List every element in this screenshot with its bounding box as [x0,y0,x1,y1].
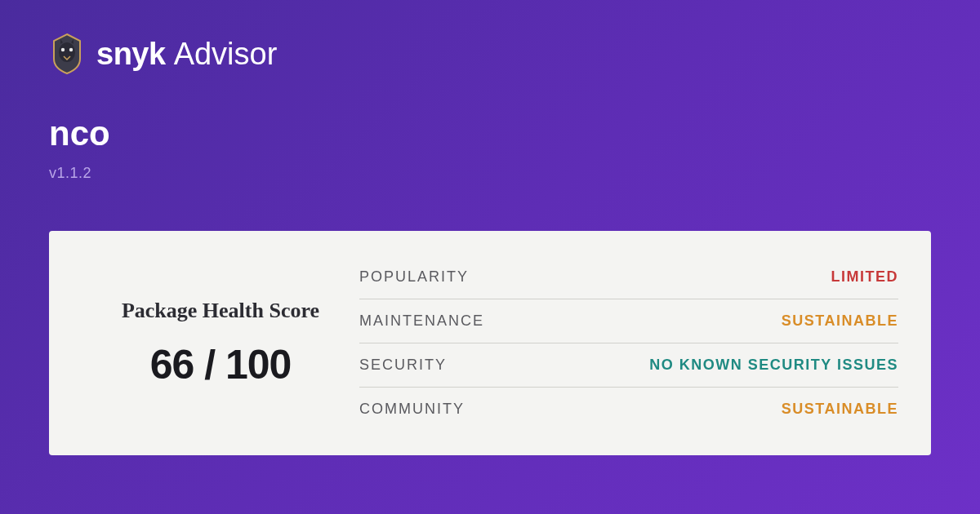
metric-value: NO KNOWN SECURITY ISSUES [649,357,898,374]
svg-point-1 [61,48,65,51]
score-section: Package Health Score 66 / 100 [82,255,359,431]
metric-value: SUSTAINABLE [782,401,898,418]
metric-row: MAINTENANCESUSTAINABLE [359,299,898,343]
health-card: Package Health Score 66 / 100 POPULARITY… [49,231,931,455]
metric-row: POPULARITYLIMITED [359,255,898,299]
logo-row: snyk Advisor [49,33,931,75]
score-title: Package Health Score [122,299,319,323]
brand-name-light: Advisor [174,37,278,72]
brand-name-bold: snyk [96,37,166,72]
metric-row: COMMUNITYSUSTAINABLE [359,388,898,431]
snyk-logo-icon [49,33,85,75]
metric-value: SUSTAINABLE [782,312,898,330]
metric-label: POPULARITY [359,268,469,286]
svg-point-2 [69,48,73,51]
metric-label: COMMUNITY [359,401,465,418]
brand-text: snyk Advisor [96,37,277,72]
metric-label: MAINTENANCE [359,312,484,330]
metrics-section: POPULARITYLIMITEDMAINTENANCESUSTAINABLES… [359,255,898,431]
metric-label: SECURITY [359,357,447,374]
metric-value: LIMITED [831,268,899,286]
package-name: nco [49,114,931,153]
package-version: v1.1.2 [49,165,931,182]
page-container: snyk Advisor nco v1.1.2 Package Health S… [0,0,980,488]
score-value: 66 / 100 [150,341,292,388]
metric-row: SECURITYNO KNOWN SECURITY ISSUES [359,343,898,388]
